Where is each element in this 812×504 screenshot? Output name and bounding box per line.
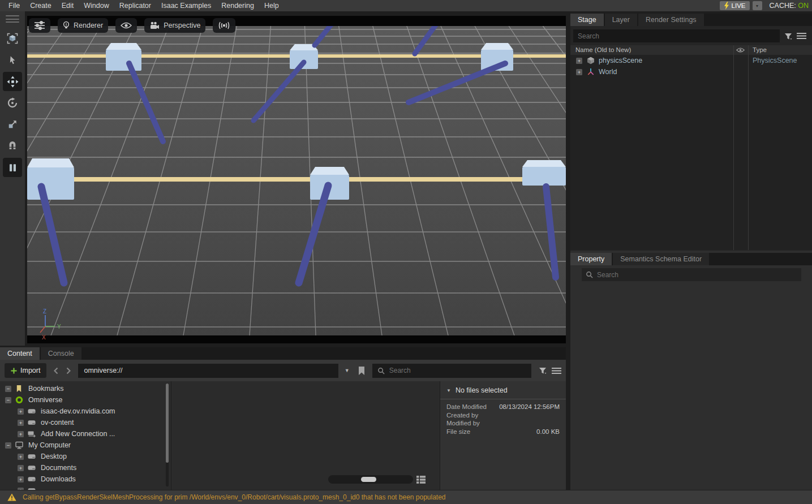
back-icon[interactable]: [54, 367, 58, 374]
divider: [440, 399, 566, 399]
expand-icon[interactable]: +: [18, 408, 24, 415]
stage-search-input[interactable]: [573, 29, 780, 42]
stage-tree-row[interactable]: + physicsScene PhysicsScene: [570, 55, 812, 66]
visibility-button[interactable]: [115, 18, 137, 33]
content-search: [372, 364, 531, 378]
select-mode-icon[interactable]: [3, 29, 22, 48]
file-tree-item[interactable]: + Downloads: [0, 473, 164, 485]
filter-icon[interactable]: [784, 32, 792, 40]
tab-property[interactable]: Property: [570, 253, 612, 265]
content-panel: ContentConsole Import ▼: [0, 347, 566, 490]
file-tree-item[interactable]: + ov-content: [0, 417, 164, 428]
options-menu-icon[interactable]: [552, 367, 561, 374]
expand-icon[interactable]: +: [576, 58, 582, 64]
column-divider[interactable]: [733, 45, 734, 250]
server-icon: [28, 453, 37, 460]
live-dropdown-button[interactable]: ▼: [753, 1, 762, 10]
viewport[interactable]: ZYX Renderer Perspective: [27, 16, 566, 343]
expand-icon[interactable]: +: [18, 454, 24, 460]
tab-content[interactable]: Content: [0, 347, 40, 360]
status-warning-text: Calling getBypassRenderSkelMeshProcessin…: [23, 493, 446, 501]
render-settings-button[interactable]: [29, 18, 50, 33]
add-connection-icon: [28, 430, 37, 438]
server-icon: [28, 419, 37, 427]
file-tree-item[interactable]: + isaac-dev.ov.nvidia.com: [0, 406, 164, 417]
snap-icon[interactable]: [3, 136, 22, 156]
expand-icon[interactable]: +: [18, 420, 24, 426]
broadcast-button[interactable]: [213, 18, 235, 33]
camera-button[interactable]: Perspective: [144, 18, 205, 33]
menu-item[interactable]: Create: [25, 0, 57, 11]
menu-item[interactable]: Window: [79, 0, 114, 11]
cursor-icon[interactable]: [3, 50, 22, 70]
tab-stage[interactable]: Stage: [570, 14, 604, 26]
prim-name: physicsScene: [599, 57, 642, 64]
grid-view-icon[interactable]: [416, 476, 426, 484]
file-tree-label: Add New Connection ...: [41, 430, 115, 438]
stage-tree-row[interactable]: + World: [570, 66, 812, 77]
expand-icon[interactable]: −: [5, 386, 11, 392]
file-tree-item[interactable]: − My Computer: [0, 440, 164, 451]
expand-icon[interactable]: +: [18, 431, 24, 437]
options-menu-icon[interactable]: [797, 32, 806, 40]
renderer-button[interactable]: Renderer: [58, 18, 108, 33]
file-tree-item[interactable]: − Bookmarks: [0, 383, 164, 394]
filter-icon[interactable]: [539, 367, 547, 374]
stage-tree-header: Name (Old to New) Type: [570, 45, 812, 55]
pause-icon[interactable]: [3, 158, 22, 177]
path-dropdown-icon[interactable]: ▼: [345, 368, 350, 373]
slider-thumb[interactable]: [361, 477, 376, 482]
column-divider[interactable]: [748, 45, 749, 250]
content-search-input[interactable]: [389, 367, 526, 374]
expand-icon[interactable]: −: [5, 442, 11, 449]
file-details-panel: ▼ No files selected Date Modified 08/13/…: [440, 381, 566, 490]
menu-item[interactable]: File: [3, 0, 25, 11]
thumbnail-size-slider[interactable]: [328, 475, 413, 484]
prim-type: PhysicsScene: [753, 57, 797, 64]
column-name[interactable]: Name (Old to New): [575, 45, 631, 55]
live-button[interactable]: LIVE: [720, 1, 750, 10]
toolbar-grip-icon[interactable]: [6, 15, 19, 23]
bookmark-toggle-icon[interactable]: [358, 367, 365, 375]
tab-console[interactable]: Console: [41, 347, 81, 360]
file-tree-item[interactable]: − Omniverse: [0, 394, 164, 406]
menu-item[interactable]: Edit: [57, 0, 79, 11]
file-tree-item[interactable]: + Add New Connection ...: [0, 428, 164, 440]
tree-scrollbar[interactable]: [166, 384, 169, 486]
tab-semantics-schema-editor[interactable]: Semantics Schema Editor: [613, 253, 709, 265]
expand-icon[interactable]: +: [18, 488, 24, 490]
path-bar: [78, 364, 338, 378]
file-detail-field: Date Modified 08/13/2024 12:56PM: [446, 403, 560, 411]
scale-icon[interactable]: [3, 115, 22, 134]
stage-search-row: [570, 26, 812, 45]
menu-item[interactable]: Help: [259, 0, 284, 11]
expand-icon[interactable]: −: [5, 397, 11, 403]
file-tree-label: My Computer: [28, 441, 71, 449]
viewport-canvas[interactable]: ZYX: [27, 16, 566, 343]
path-input[interactable]: [78, 367, 338, 374]
left-toolbar: [0, 11, 25, 346]
property-search-input[interactable]: [597, 271, 797, 279]
move-icon[interactable]: [3, 72, 22, 91]
file-tree-item[interactable]: + Desktop: [0, 451, 164, 462]
expand-icon[interactable]: +: [18, 476, 24, 483]
tab-render-settings[interactable]: Render Settings: [638, 14, 704, 26]
tab-layer[interactable]: Layer: [605, 14, 637, 26]
menu-item[interactable]: Replicator: [114, 0, 156, 11]
expand-icon[interactable]: +: [18, 465, 24, 471]
expand-icon[interactable]: +: [576, 69, 582, 75]
panel-divider[interactable]: [171, 381, 171, 490]
forward-icon[interactable]: [66, 367, 71, 374]
cache-on-value: ON: [798, 2, 809, 10]
rotate-icon[interactable]: [3, 93, 22, 113]
visibility-column-icon[interactable]: [736, 47, 745, 53]
server-icon: [28, 464, 37, 472]
file-tree-item[interactable]: + Documents: [0, 462, 164, 473]
details-header[interactable]: ▼ No files selected: [446, 386, 560, 394]
menu-item[interactable]: Isaac Examples: [156, 0, 216, 11]
column-type[interactable]: Type: [753, 45, 767, 55]
svg-text:Y: Y: [57, 324, 61, 330]
file-tree-item[interactable]: +: [0, 485, 164, 490]
menu-item[interactable]: Rendering: [216, 0, 259, 11]
import-button[interactable]: Import: [5, 363, 46, 378]
